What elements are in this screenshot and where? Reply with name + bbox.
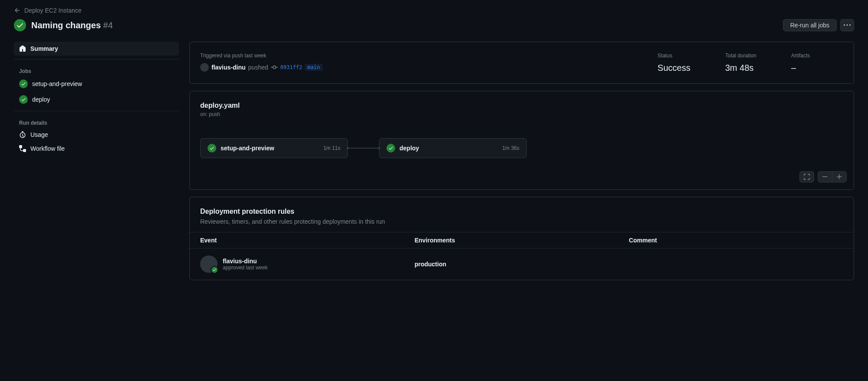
actor-avatar[interactable] <box>200 63 209 72</box>
col-environments: Environments <box>415 237 629 244</box>
sidebar-summary-label: Summary <box>30 45 58 52</box>
actor-link[interactable]: flavius-dinu <box>211 64 246 71</box>
duration-label: Total duration <box>725 53 756 59</box>
home-icon <box>19 45 26 52</box>
rerun-button[interactable]: Re-run all jobs <box>783 19 837 31</box>
screen-full-icon <box>803 173 810 180</box>
workflow-graph[interactable]: setup-and-preview 1m 11s deploy 1m 36s <box>200 138 843 158</box>
artifacts-label: Artifacts <box>791 53 843 59</box>
reviewer-avatar[interactable] <box>200 255 218 273</box>
run-details-section-header: Run details <box>14 116 179 128</box>
run-status-icon <box>14 19 26 31</box>
sidebar-job-label: deploy <box>32 96 50 103</box>
duration-value[interactable]: 3m 48s <box>725 63 756 73</box>
arrow-left-icon <box>14 7 21 14</box>
success-icon <box>208 144 216 152</box>
job-card-deploy[interactable]: deploy 1m 36s <box>379 138 527 158</box>
protection-table-header: Event Environments Comment <box>190 232 854 248</box>
workflow-graph-panel: deploy.yaml on: push setup-and-preview 1… <box>189 91 854 190</box>
sidebar-usage-label: Usage <box>30 131 48 138</box>
reviewer-name[interactable]: flavius-dinu <box>223 258 267 265</box>
job-duration: 1m 36s <box>502 145 519 151</box>
kebab-icon <box>844 22 851 29</box>
graph-connector <box>348 148 379 149</box>
workflow-file-name: deploy.yaml <box>200 102 843 109</box>
zoom-out-button[interactable] <box>818 172 832 182</box>
workflow-icon <box>19 145 26 152</box>
col-comment: Comment <box>629 237 843 244</box>
run-summary-panel: Triggered via push last week flavius-din… <box>189 42 854 84</box>
zoom-in-button[interactable] <box>832 172 846 182</box>
status-value: Success <box>657 63 690 73</box>
divider <box>14 59 179 60</box>
triggered-label: Triggered via push last week <box>200 53 623 59</box>
sidebar-item-summary[interactable]: Summary <box>14 42 179 56</box>
commit-sha-link[interactable]: 0931ff2 <box>281 64 303 70</box>
sidebar-job-setup-and-preview[interactable]: setup-and-preview <box>14 76 179 92</box>
protection-subtitle: Reviewers, timers, and other rules prote… <box>200 218 843 225</box>
stopwatch-icon <box>19 131 26 138</box>
run-name: Naming changes <box>31 20 101 30</box>
page-title: Naming changes #4 <box>31 20 113 30</box>
back-link[interactable]: Deploy EC2 Instance <box>14 7 854 14</box>
col-event: Event <box>200 237 415 244</box>
run-number: #4 <box>103 20 113 30</box>
sidebar-item-usage[interactable]: Usage <box>14 128 179 142</box>
job-name: setup-and-preview <box>221 145 319 152</box>
success-icon <box>386 144 395 152</box>
workflow-trigger: on: push <box>200 111 843 117</box>
status-label: Status <box>657 53 690 59</box>
back-link-label: Deploy EC2 Instance <box>24 7 82 14</box>
more-actions-button[interactable] <box>840 19 854 31</box>
protection-title: Deployment protection rules <box>200 208 843 215</box>
branch-badge[interactable]: main <box>305 64 323 71</box>
plus-icon <box>836 173 843 180</box>
protection-row: flavius-dinu approved last week producti… <box>190 248 854 280</box>
approval-badge-icon <box>211 266 218 274</box>
action-verb: pushed <box>248 64 268 71</box>
commit-icon <box>271 64 278 71</box>
sidebar-job-label: setup-and-preview <box>32 80 82 87</box>
jobs-section-header: Jobs <box>14 65 179 76</box>
artifacts-value: – <box>791 63 843 73</box>
success-icon <box>19 80 28 88</box>
sidebar-workflow-file-label: Workflow file <box>30 145 65 152</box>
environment-name: production <box>415 261 629 268</box>
fit-to-screen-button[interactable] <box>800 172 814 182</box>
sidebar-item-workflow-file[interactable]: Workflow file <box>14 142 179 156</box>
sidebar-job-deploy[interactable]: deploy <box>14 92 179 107</box>
job-duration: 1m 11s <box>323 145 340 151</box>
divider <box>14 111 179 111</box>
success-icon <box>19 95 28 104</box>
job-name: deploy <box>399 145 498 152</box>
protection-rules-panel: Deployment protection rules Reviewers, t… <box>189 197 854 280</box>
approval-description: approved last week <box>223 265 267 271</box>
job-card-setup-and-preview[interactable]: setup-and-preview 1m 11s <box>200 138 348 158</box>
minus-icon <box>822 173 828 180</box>
